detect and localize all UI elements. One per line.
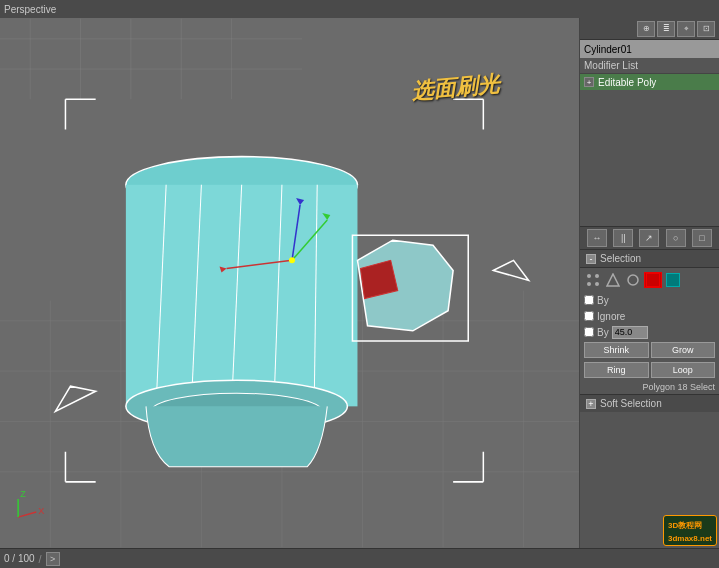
tool-icon-link[interactable]: ↔: [587, 229, 607, 247]
soft-selection-header: + Soft Selection: [580, 394, 719, 412]
toolbar-icon-2[interactable]: ≣: [657, 21, 675, 37]
sub-element-icon[interactable]: [664, 272, 682, 288]
subobject-icons-row: [580, 268, 719, 292]
svg-point-42: [595, 282, 599, 286]
panel-spacer: [580, 90, 719, 226]
grow-button[interactable]: Grow: [651, 342, 716, 358]
expand-btn[interactable]: +: [584, 77, 594, 87]
shrink-grow-row: Shrink Grow: [580, 340, 719, 360]
soft-selection-collapse-btn[interactable]: +: [586, 399, 596, 409]
ignore-checkbox-row: Ignore: [580, 308, 719, 324]
object-name-field[interactable]: Cylinder01: [580, 40, 719, 58]
tool-icon-display[interactable]: ○: [666, 229, 686, 247]
threshold-input[interactable]: [612, 326, 648, 339]
svg-point-41: [587, 282, 591, 286]
modifier-list-header: Modifier List: [580, 58, 719, 74]
status-count: 0 / 100: [4, 553, 35, 564]
editable-poly-item[interactable]: + Editable Poly: [580, 74, 719, 90]
viewport[interactable]: X Z 选面刷光: [0, 18, 579, 548]
sub-border-icon[interactable]: [624, 272, 642, 288]
tool-icon-hierarchy[interactable]: ||: [613, 229, 633, 247]
svg-point-40: [595, 274, 599, 278]
status-bar: 0 / 100 / >: [0, 548, 719, 568]
svg-point-44: [628, 275, 638, 285]
top-toolbar-icons: ⊕ ≣ ⌖ ⊡: [580, 18, 719, 40]
by-threshold-checkbox[interactable]: [584, 327, 594, 337]
sub-polygon-icon[interactable]: [644, 272, 662, 288]
polygon-count: Polygon 18 Select: [580, 380, 719, 394]
selection-collapse-btn[interactable]: -: [586, 254, 596, 264]
menu-perspective: Perspective: [4, 4, 56, 15]
svg-text:X: X: [38, 506, 44, 516]
panel-toolbar: ↔ || ↗ ○ □: [580, 226, 719, 250]
svg-point-34: [289, 257, 295, 263]
status-separator: /: [39, 553, 42, 565]
shrink-button[interactable]: Shrink: [584, 342, 649, 358]
toolbar-icon-1[interactable]: ⊕: [637, 21, 655, 37]
main-area: X Z 选面刷光 ⊕ ≣ ⌖ ⊡ Cylinder01 Modifier Lis…: [0, 18, 719, 548]
svg-text:Z: Z: [20, 489, 26, 499]
status-arrow-btn[interactable]: >: [46, 552, 60, 566]
by-threshold-row: By: [580, 324, 719, 340]
watermark: 3D教程网3dmax8.net: [668, 521, 712, 543]
tool-icon-utilities[interactable]: □: [692, 229, 712, 247]
sub-vertex-icon[interactable]: [584, 272, 602, 288]
toolbar-icon-4[interactable]: ⊡: [697, 21, 715, 37]
toolbar-icon-3[interactable]: ⌖: [677, 21, 695, 37]
ring-loop-row: Ring Loop: [580, 360, 719, 380]
ring-button[interactable]: Ring: [584, 362, 649, 378]
selection-header: - Selection: [580, 250, 719, 268]
svg-point-39: [587, 274, 591, 278]
right-panel: ⊕ ≣ ⌖ ⊡ Cylinder01 Modifier List + Edita…: [579, 18, 719, 548]
menu-bar: Perspective: [0, 0, 719, 18]
by-checkbox[interactable]: [584, 295, 594, 305]
tool-icon-motion[interactable]: ↗: [639, 229, 659, 247]
by-checkbox-row: By: [580, 292, 719, 308]
ignore-checkbox[interactable]: [584, 311, 594, 321]
sub-edge-icon[interactable]: [604, 272, 622, 288]
svg-marker-43: [607, 274, 619, 286]
loop-button[interactable]: Loop: [651, 362, 716, 378]
